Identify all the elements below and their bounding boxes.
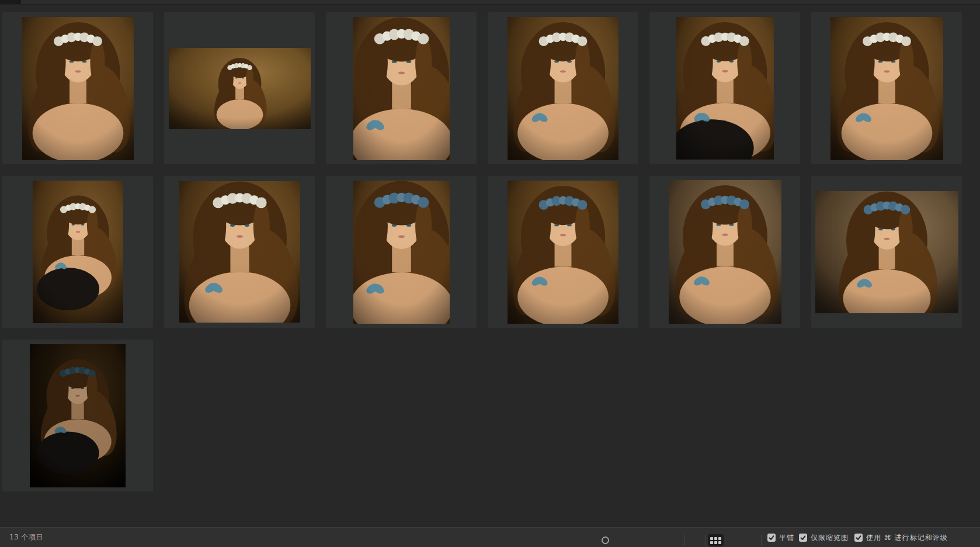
checkbox-icon[interactable] xyxy=(767,534,776,542)
thumbnail-image xyxy=(179,181,300,323)
thumbnail-cell-1[interactable] xyxy=(2,12,153,164)
grid-view-icon xyxy=(710,537,721,544)
toggle-1: 仅限缩览图 xyxy=(799,528,849,547)
checkbox-icon[interactable] xyxy=(799,534,807,542)
thumbnail-image xyxy=(169,48,311,129)
thumbnail-cell-8[interactable] xyxy=(164,176,315,328)
thumbnail-image xyxy=(815,191,958,313)
thumbnail-cell-11[interactable] xyxy=(649,176,800,328)
thumbnail-image xyxy=(676,17,774,160)
thumbnail-cell-6[interactable] xyxy=(811,12,962,164)
thumbnail-image xyxy=(30,344,126,487)
status-bar: 13 个项目 xyxy=(0,527,980,547)
thumbnail-image xyxy=(33,181,123,323)
thumbnail-image xyxy=(508,181,618,324)
thumbnail-image xyxy=(22,17,134,160)
top-toolbar-edge xyxy=(0,0,980,5)
thumbnail-cell-9[interactable] xyxy=(326,176,477,328)
toggle-0: 平铺 xyxy=(767,528,794,547)
top-toolbar-left-panel-edge xyxy=(0,0,21,4)
thumbnail-cell-3[interactable] xyxy=(326,12,477,164)
grid-view-button[interactable] xyxy=(708,534,724,546)
thumbnail-image xyxy=(353,181,450,324)
thumbnail-image xyxy=(669,180,781,324)
thumbnail-cell-10[interactable] xyxy=(488,176,638,328)
thumbnail-cell-7[interactable] xyxy=(2,176,153,328)
thumbnail-image xyxy=(508,17,618,160)
thumbnail-cell-2[interactable] xyxy=(164,12,315,164)
toggle-label: 仅限缩览图 xyxy=(811,533,849,543)
divider xyxy=(706,535,706,546)
toggle-2: 使用 ⌘ 进行标记和评级 xyxy=(854,528,948,547)
thumbnail-cell-13[interactable] xyxy=(2,340,153,491)
divider xyxy=(684,535,685,546)
photo-browser-window: 13 个项目 xyxy=(0,0,980,547)
thumbnail-cell-12[interactable] xyxy=(811,176,962,328)
divider xyxy=(761,535,762,546)
thumbnail-grid xyxy=(2,12,962,491)
thumbnail-cell-4[interactable] xyxy=(488,12,638,164)
item-count-label: 13 个项目 xyxy=(9,528,43,547)
slider-handle[interactable] xyxy=(602,536,609,544)
thumbnail-cell-5[interactable] xyxy=(649,12,800,164)
toggle-label: 平铺 xyxy=(779,533,794,543)
checkbox-icon[interactable] xyxy=(854,534,863,542)
thumbnail-image xyxy=(830,17,943,160)
toggle-label: 使用 ⌘ 进行标记和评级 xyxy=(866,533,948,543)
thumbnail-image xyxy=(353,17,450,160)
